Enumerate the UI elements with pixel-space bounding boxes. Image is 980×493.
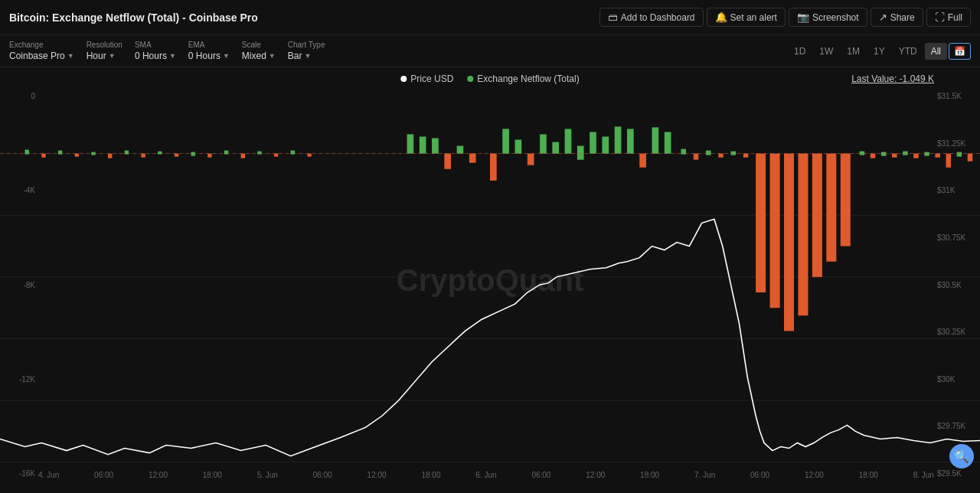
svg-rect-19 [241, 154, 245, 158]
svg-rect-36 [565, 129, 572, 153]
ema-label: EMA [188, 41, 230, 49]
svg-rect-48 [718, 154, 724, 158]
exchange-label: Exchange [9, 41, 74, 49]
svg-rect-17 [207, 154, 211, 158]
resolution-value: Hour [87, 51, 106, 61]
svg-rect-44 [665, 132, 671, 153]
svg-rect-33 [528, 154, 534, 165]
chart-type-label: Chart Type [288, 41, 325, 49]
scale-select[interactable]: Mixed ▼ [242, 51, 276, 61]
resolution-arrow: ▼ [109, 52, 116, 60]
zoom-button[interactable]: 🔍 [949, 444, 974, 469]
sma-group: SMA 0 Hours ▼ [135, 41, 176, 61]
svg-rect-26 [432, 138, 439, 153]
svg-rect-67 [957, 152, 962, 157]
header-actions: 🗃 Add to Dashboard 🔔 Set an alert 📷 Scre… [599, 8, 971, 27]
svg-rect-63 [913, 154, 919, 158]
chart-type-arrow: ▼ [304, 52, 311, 60]
add-dashboard-button[interactable]: 🗃 Add to Dashboard [599, 8, 704, 27]
chart-type-group: Chart Type Bar ▼ [288, 41, 325, 61]
exchange-arrow: ▼ [67, 52, 74, 60]
svg-rect-55 [812, 154, 822, 277]
svg-rect-59 [871, 154, 876, 158]
set-alert-button[interactable]: 🔔 Set an alert [707, 8, 786, 27]
chart-type-select[interactable]: Bar ▼ [288, 51, 325, 61]
svg-rect-13 [141, 154, 145, 158]
chart-area: Price USD Exchange Netflow (Total) Last … [0, 67, 980, 493]
share-label: Share [890, 12, 915, 23]
ema-group: EMA 0 Hours ▼ [188, 41, 230, 61]
svg-rect-24 [407, 134, 414, 153]
sma-value: 0 Hours [135, 51, 167, 61]
time-btn-1d[interactable]: 1D [788, 43, 812, 60]
sma-select[interactable]: 0 Hours ▼ [135, 51, 176, 61]
svg-rect-50 [743, 154, 749, 158]
svg-rect-42 [639, 154, 646, 168]
camera-icon: 📷 [797, 11, 809, 23]
svg-rect-66 [946, 154, 952, 168]
ema-arrow: ▼ [223, 52, 230, 60]
svg-rect-37 [577, 146, 584, 160]
netflow-legend-dot [467, 76, 473, 82]
legend: Price USD Exchange Netflow (Total) [400, 73, 579, 84]
time-btn-all[interactable]: All [925, 43, 947, 60]
exchange-value: Coinbase Pro [9, 51, 65, 61]
resolution-label: Resolution [87, 41, 122, 49]
svg-rect-27 [444, 154, 451, 169]
full-button[interactable]: ⛶ Full [926, 8, 971, 27]
ema-select[interactable]: 0 Hours ▼ [188, 51, 230, 61]
svg-rect-31 [502, 129, 509, 153]
svg-rect-56 [826, 154, 836, 262]
sma-arrow: ▼ [169, 52, 176, 60]
chart-svg [0, 92, 980, 493]
ema-value: 0 Hours [188, 51, 220, 61]
svg-rect-51 [756, 154, 766, 292]
scale-group: Scale Mixed ▼ [242, 41, 276, 61]
resolution-select[interactable]: Hour ▼ [87, 51, 122, 61]
dashboard-icon: 🗃 [608, 11, 618, 23]
svg-rect-23 [307, 154, 311, 157]
share-button[interactable]: ↗ Share [871, 8, 923, 27]
alert-icon: 🔔 [715, 11, 727, 23]
time-btn-ytd[interactable]: YTD [893, 43, 923, 60]
full-label: Full [948, 12, 962, 23]
svg-rect-43 [652, 127, 659, 153]
exchange-select[interactable]: Coinbase Pro ▼ [9, 51, 74, 61]
screenshot-label: Screenshot [812, 12, 859, 23]
fullscreen-icon: ⛶ [935, 11, 945, 23]
svg-rect-61 [892, 154, 897, 158]
last-value: Last Value: -1.049 K [851, 73, 934, 84]
svg-rect-25 [420, 136, 426, 153]
time-btn-1m[interactable]: 1M [841, 43, 866, 60]
time-range: 1D 1W 1M 1Y YTD All 📅 [788, 43, 971, 60]
screenshot-button[interactable]: 📷 Screenshot [789, 8, 867, 27]
svg-rect-47 [706, 151, 711, 155]
svg-rect-52 [770, 154, 780, 309]
price-legend-item: Price USD [400, 73, 453, 84]
svg-rect-35 [552, 142, 559, 154]
svg-rect-34 [540, 134, 547, 153]
svg-rect-28 [457, 146, 464, 154]
svg-rect-39 [602, 136, 609, 153]
svg-rect-38 [590, 132, 596, 153]
exchange-group: Exchange Coinbase Pro ▼ [9, 41, 74, 61]
resolution-group: Resolution Hour ▼ [87, 41, 122, 61]
time-btn-1y[interactable]: 1Y [867, 43, 891, 60]
svg-rect-32 [515, 139, 522, 153]
sma-label: SMA [135, 41, 176, 49]
price-legend-dot [400, 76, 407, 82]
svg-rect-41 [627, 129, 634, 153]
netflow-legend-label: Exchange Netflow (Total) [477, 73, 579, 84]
set-alert-label: Set an alert [730, 12, 777, 23]
svg-rect-7 [41, 154, 45, 158]
svg-rect-29 [469, 154, 476, 163]
svg-rect-40 [615, 126, 622, 153]
svg-rect-68 [968, 154, 973, 162]
scale-value: Mixed [242, 51, 266, 61]
time-btn-1w[interactable]: 1W [813, 43, 839, 60]
svg-rect-15 [175, 154, 178, 157]
calendar-button[interactable]: 📅 [949, 43, 971, 60]
page-title: Bitcoin: Exchange Netflow (Total) - Coin… [9, 11, 258, 24]
add-dashboard-label: Add to Dashboard [621, 12, 695, 23]
price-legend-label: Price USD [410, 73, 453, 84]
